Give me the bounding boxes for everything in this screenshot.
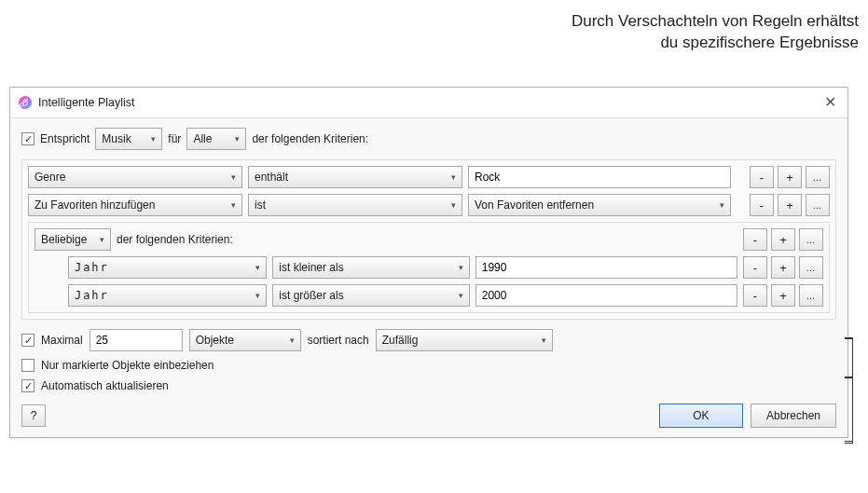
add-rule-button[interactable]: + — [778, 194, 802, 216]
rule-value-input[interactable] — [475, 256, 737, 279]
limit-checkbox[interactable]: ✓ — [21, 334, 34, 347]
nest-rule-button[interactable]: … — [806, 194, 830, 216]
for-label: für — [168, 132, 181, 145]
rule-field-select[interactable]: Jahr ▾ — [68, 284, 267, 307]
chevron-down-icon: ▾ — [100, 235, 104, 244]
rule-operator-value: ist — [255, 199, 266, 212]
rule-field-value: Jahr — [75, 289, 109, 302]
app-icon — [18, 95, 33, 110]
checked-only-line: Nur markierte Objekte einbeziehen — [21, 359, 836, 372]
chevron-down-icon: ▾ — [451, 200, 456, 210]
cancel-button[interactable]: Abbrechen — [751, 404, 836, 428]
remove-rule-button[interactable]: - — [750, 166, 774, 188]
chevron-down-icon: ▾ — [459, 263, 463, 272]
limit-sort-value: Zufällig — [382, 334, 419, 347]
criteria-suffix: der folgenden Kriterien: — [252, 132, 368, 145]
rule-operator-select[interactable]: enthält ▾ — [248, 166, 462, 188]
dialog-footer: ? OK Abbrechen — [10, 398, 847, 437]
help-button[interactable]: ? — [21, 404, 46, 427]
chevron-down-icon: ▾ — [151, 134, 156, 144]
nest-rule-button[interactable]: … — [799, 256, 823, 279]
chevron-down-icon: ▾ — [451, 172, 456, 182]
chevron-down-icon: ▾ — [459, 291, 463, 300]
nested-suffix: der folgenden Kriterien: — [117, 233, 233, 246]
limit-line: ✓ Maximal Objekte ▾ sortiert nach Zufäll… — [21, 329, 836, 351]
limit-label: Maximal — [41, 334, 83, 347]
checked-only-label: Nur markierte Objekte einbeziehen — [41, 359, 214, 372]
rule-operator-value: enthält — [255, 171, 288, 184]
match-label: Entspricht — [40, 132, 90, 145]
limit-unit-value: Objekte — [196, 334, 234, 347]
limit-value-input[interactable] — [90, 329, 183, 351]
remove-rule-button[interactable]: - — [743, 284, 767, 307]
checked-only-checkbox[interactable] — [21, 359, 34, 372]
rule-field-value: Zu Favoriten hinzufügen — [34, 199, 155, 212]
live-update-line: ✓ Automatisch aktualisieren — [21, 379, 836, 392]
sort-label: sortiert nach — [308, 334, 369, 347]
add-rule-button[interactable]: + — [771, 284, 795, 307]
limit-sort-select[interactable]: Zufällig ▾ — [376, 329, 553, 351]
svg-point-0 — [19, 96, 32, 109]
chevron-down-icon: ▾ — [542, 336, 546, 345]
match-line: ✓ Entspricht Musik ▾ für Alle ▾ der folg… — [21, 128, 836, 150]
rule-field-value: Jahr — [75, 261, 109, 274]
rule-field-select[interactable]: Zu Favoriten hinzufügen ▾ — [28, 194, 242, 216]
remove-rule-button[interactable]: - — [743, 256, 767, 279]
rule-operator-select[interactable]: ist größer als ▾ — [272, 284, 469, 307]
media-type-select[interactable]: Musik ▾ — [95, 128, 162, 150]
live-update-label: Automatisch aktualisieren — [41, 379, 169, 392]
media-type-value: Musik — [102, 132, 131, 145]
chevron-down-icon: ▾ — [235, 134, 240, 144]
dialog-titlebar: Intelligente Playlist ✕ — [10, 88, 847, 118]
remove-rule-button[interactable]: - — [750, 194, 774, 216]
rule-value-input[interactable] — [468, 166, 731, 188]
live-update-checkbox[interactable]: ✓ — [21, 379, 34, 392]
remove-rule-button[interactable]: - — [743, 228, 767, 251]
rule-value-input[interactable] — [475, 284, 737, 307]
chevron-down-icon: ▾ — [290, 336, 295, 345]
chevron-down-icon: ▾ — [231, 200, 236, 210]
nest-rule-button[interactable]: … — [799, 284, 823, 307]
ok-button[interactable]: OK — [659, 404, 743, 428]
rules-container: Genre ▾ enthält ▾ - + … Zu Favoriten hin… — [21, 159, 836, 320]
rule-value-select[interactable]: Von Favoriten entfernen ▾ — [468, 194, 731, 216]
dialog-title: Intelligente Playlist — [38, 96, 135, 109]
chevron-down-icon: ▾ — [255, 263, 260, 272]
rule-value: Von Favoriten entfernen — [475, 199, 594, 212]
nest-rule-button[interactable]: … — [806, 166, 830, 188]
chevron-down-icon: ▾ — [720, 200, 724, 210]
chevron-down-icon: ▾ — [231, 172, 236, 182]
nested-rule-group: Beliebige ▾ der folgenden Kriterien: - +… — [28, 222, 830, 313]
match-scope-value: Alle — [193, 132, 212, 145]
match-checkbox[interactable]: ✓ — [21, 132, 34, 145]
rule-operator-value: ist größer als — [279, 289, 343, 302]
rule-row: Zu Favoriten hinzufügen ▾ ist ▾ Von Favo… — [28, 194, 830, 216]
annotation-bracket-inner — [844, 377, 853, 442]
limit-unit-select[interactable]: Objekte ▾ — [189, 329, 301, 351]
add-rule-button[interactable]: + — [771, 228, 795, 251]
add-rule-button[interactable]: + — [778, 166, 802, 188]
add-rule-button[interactable]: + — [771, 256, 795, 279]
annotation-callout: Durch Verschachteln von Regeln erhältst … — [572, 11, 859, 54]
rule-row: Jahr ▾ ist kleiner als ▾ - + … — [34, 256, 823, 279]
rule-operator-value: ist kleiner als — [279, 261, 343, 274]
rule-field-select[interactable]: Jahr ▾ — [68, 256, 267, 279]
annotation-line1: Durch Verschachteln von Regeln erhältst — [572, 11, 859, 33]
smart-playlist-dialog: Intelligente Playlist ✕ ✓ Entspricht Mus… — [9, 87, 848, 438]
annotation-line2: du spezifischere Ergebnisse — [572, 33, 859, 54]
match-scope-select[interactable]: Alle ▾ — [186, 128, 246, 150]
rule-row: Genre ▾ enthält ▾ - + … — [28, 166, 830, 188]
nested-match-select[interactable]: Beliebige ▾ — [34, 228, 111, 251]
nest-rule-button[interactable]: … — [799, 228, 823, 251]
chevron-down-icon: ▾ — [255, 291, 260, 300]
rule-operator-select[interactable]: ist ▾ — [248, 194, 462, 216]
options-section: ✓ Maximal Objekte ▾ sortiert nach Zufäll… — [21, 329, 836, 392]
rule-operator-select[interactable]: ist kleiner als ▾ — [272, 256, 469, 279]
nested-match-value: Beliebige — [41, 233, 87, 246]
rule-field-value: Genre — [34, 171, 65, 184]
close-icon[interactable]: ✕ — [820, 93, 840, 112]
rule-row: Jahr ▾ ist größer als ▾ - + … — [34, 284, 823, 307]
rule-field-select[interactable]: Genre ▾ — [28, 166, 242, 188]
nested-group-header: Beliebige ▾ der folgenden Kriterien: - +… — [34, 228, 823, 251]
